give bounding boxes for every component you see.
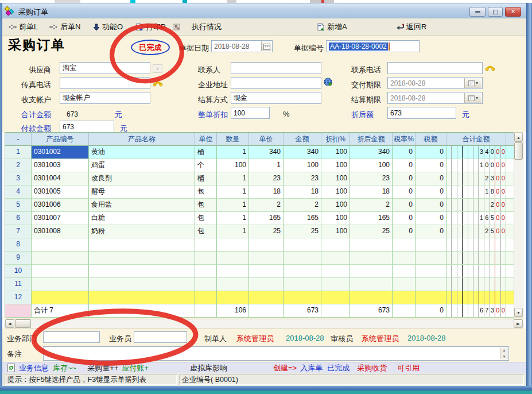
cell-code[interactable] <box>32 252 89 265</box>
quick-link-1[interactable]: 业务信息 <box>19 363 49 373</box>
calendar-icon[interactable] <box>261 41 271 51</box>
cell-name[interactable]: 酵母 <box>89 186 195 199</box>
cell-unit[interactable]: 包 <box>195 199 217 212</box>
cell-name[interactable] <box>89 278 195 291</box>
cell-price[interactable]: 2 <box>249 199 284 212</box>
quick-link-10[interactable]: 可引用 <box>397 363 420 373</box>
cell-discount[interactable]: 100 <box>321 159 350 172</box>
cell-code[interactable] <box>32 291 89 304</box>
toolbar-mini-icon[interactable] <box>173 18 180 36</box>
cell-after_discount[interactable]: 2 <box>350 199 393 212</box>
cell-qty[interactable] <box>217 291 249 304</box>
cell-name[interactable] <box>89 252 195 265</box>
cell-unit[interactable]: 包 <box>195 186 217 199</box>
cell-after_discount[interactable]: 23 <box>350 172 393 186</box>
cell-num[interactable]: 1 <box>5 146 32 159</box>
cell-code[interactable] <box>32 238 89 252</box>
cell-unit[interactable]: 桶 <box>195 172 217 186</box>
toolbar-functions[interactable]: 功能O <box>93 18 123 36</box>
cell-code[interactable]: 0301005 <box>32 186 89 199</box>
remark-textarea[interactable]: ▲▼ <box>43 346 509 361</box>
discount-input[interactable]: 100 <box>231 107 270 119</box>
cell-num[interactable]: 10 <box>5 265 32 278</box>
cell-tax_rate[interactable]: 0 <box>393 199 415 212</box>
cell-code[interactable] <box>32 265 89 278</box>
cell-tax[interactable]: 0 <box>415 159 446 172</box>
cell-price[interactable]: 18 <box>249 186 284 199</box>
cell-code[interactable]: 0301006 <box>32 199 89 212</box>
cell-amount[interactable]: 18 <box>284 186 321 199</box>
toolbar-prev-doc[interactable]: 前单L <box>8 18 38 36</box>
cell-name[interactable]: 鸡蛋 <box>89 159 195 172</box>
cell-name[interactable]: 白糖 <box>89 212 195 225</box>
cell-total-ledger[interactable] <box>446 252 506 265</box>
cell-num[interactable]: 7 <box>5 225 32 238</box>
cell-tax[interactable]: 0 <box>415 172 446 186</box>
phone-icon[interactable] <box>485 63 495 72</box>
quick-link-9[interactable]: 采购收货 <box>357 363 387 373</box>
quick-link-2[interactable]: 库存~~ <box>53 363 76 373</box>
cell-qty[interactable] <box>217 278 249 291</box>
quick-link-3[interactable]: 采购量++ <box>87 363 118 373</box>
cell-discount[interactable] <box>321 291 350 304</box>
cell-price[interactable]: 25 <box>249 225 284 238</box>
cell-tax[interactable] <box>415 238 446 252</box>
cell-unit[interactable] <box>195 252 217 265</box>
cell-after_discount[interactable] <box>350 265 393 278</box>
cell-total-ledger[interactable] <box>446 238 506 252</box>
cell-code[interactable] <box>32 278 89 291</box>
cell-price[interactable] <box>249 238 284 252</box>
cell-discount[interactable] <box>321 265 350 278</box>
payment-input[interactable]: 673 <box>60 121 114 133</box>
horizontal-scrollbar[interactable] <box>5 319 523 329</box>
cell-unit[interactable]: 包 <box>195 225 217 238</box>
toolbar-new[interactable]: 新增A <box>317 18 347 36</box>
cell-num[interactable]: 11 <box>5 278 32 291</box>
cell-tax[interactable]: 0 <box>415 186 446 199</box>
cell-after_discount[interactable] <box>350 238 393 252</box>
globe-icon[interactable] <box>324 78 334 87</box>
cell-tax[interactable] <box>415 278 446 291</box>
cell-after_discount[interactable] <box>350 252 393 265</box>
cell-tax[interactable]: 0 <box>415 225 446 238</box>
cell-total-ledger[interactable]: 2500 <box>446 225 506 238</box>
supplier-input[interactable]: 淘宝 <box>60 62 150 74</box>
quick-link-6[interactable]: 创建=> <box>273 363 297 373</box>
cell-num[interactable]: 12 <box>5 291 32 304</box>
cell-amount[interactable] <box>284 238 321 252</box>
cell-qty[interactable]: 1 <box>217 186 249 199</box>
cell-price[interactable]: 165 <box>249 212 284 225</box>
cell-qty[interactable] <box>217 265 249 278</box>
cell-tax_rate[interactable]: 0 <box>393 225 415 238</box>
cell-qty[interactable]: 1 <box>217 172 249 186</box>
cell-amount[interactable]: 25 <box>284 225 321 238</box>
cell-qty[interactable]: 1 <box>217 199 249 212</box>
cell-after_discount[interactable] <box>350 278 393 291</box>
cell-code[interactable]: 0301004 <box>32 172 89 186</box>
toolbar-print[interactable]: 打印P <box>135 18 166 36</box>
cell-tax_rate[interactable]: 0 <box>393 186 415 199</box>
cell-total-ledger[interactable]: 67300 <box>446 304 506 318</box>
cell-unit[interactable] <box>195 278 217 291</box>
cell-name[interactable]: 黄油 <box>89 146 195 159</box>
cell-amount[interactable]: 100 <box>284 159 321 172</box>
minimize-button[interactable] <box>469 7 486 17</box>
contact-input[interactable] <box>231 62 321 74</box>
cell-name[interactable] <box>89 265 195 278</box>
supplier-dropdown-icon[interactable] <box>153 64 162 73</box>
cell-amount[interactable] <box>284 291 321 304</box>
cell-total-ledger[interactable]: 34000 <box>446 146 506 159</box>
contact-phone-input[interactable] <box>387 62 483 74</box>
cell-discount[interactable]: 100 <box>321 186 350 199</box>
toolbar-return[interactable]: 返回R <box>396 18 426 36</box>
cell-total-ledger[interactable]: 16500 <box>446 212 506 225</box>
cell-unit[interactable] <box>195 291 217 304</box>
cell-price[interactable] <box>249 291 284 304</box>
cell-name[interactable]: 奶粉 <box>89 225 195 238</box>
cell-unit[interactable]: 桶 <box>195 146 217 159</box>
cell-num[interactable]: 6 <box>5 212 32 225</box>
quick-link-8[interactable]: 已完成 <box>327 363 350 373</box>
quick-link-4[interactable]: 应付账+ <box>122 363 149 373</box>
cell-tax[interactable]: 0 <box>415 146 446 159</box>
cell-name[interactable] <box>89 238 195 252</box>
